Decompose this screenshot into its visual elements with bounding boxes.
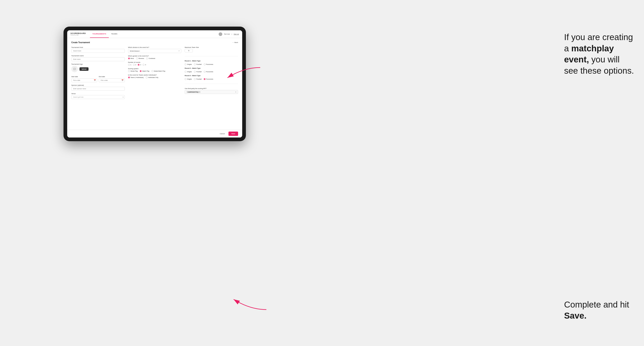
radio-indiv-circle [146,77,148,78]
radio-r1-circle [128,64,130,66]
scoring-match[interactable]: Match Play [140,70,149,72]
radio-combined-label: Combined [148,58,155,59]
r1-fourball[interactable]: Fourball [194,63,202,65]
r2-fourball-label: Fourball [196,71,202,72]
annotation-save-text1: Complete and hit [564,300,629,309]
end-date-input[interactable] [99,78,124,82]
round1-label: Round 1 - Match Type [184,60,238,62]
middle-section: Which division is the event for? NCAA Di… [128,46,182,99]
division-label: Which division is the event for? [128,46,182,48]
radio-mens-inner [128,58,130,59]
tablet-screen: SCOREBOARD Powered by clippt TOURNAMENTS… [67,30,242,138]
tournament-host-group: Tournament Host [71,46,125,53]
r3-singles[interactable]: Singles [184,78,192,80]
radio-stroke-circle [128,70,130,72]
r2-foursomes-circle [204,71,206,73]
radio-stroke-label: Stroke Play [130,70,138,72]
venue-select[interactable]: Search golf club ▾ [71,95,125,99]
venue-label: Venue [71,93,125,95]
back-link[interactable]: ← Back [232,41,238,43]
r2-foursomes[interactable]: Foursomes [204,71,213,73]
r1-singles[interactable]: Singles [184,63,192,65]
upload-button[interactable]: Upload [80,67,88,71]
rounds-3[interactable]: 3 [138,64,141,66]
tournament-host-label: Tournament Host [71,46,125,48]
sign-out-link[interactable]: Sign out [234,33,239,35]
division-select[interactable]: NCAA Division I ▾ [128,49,182,53]
tag-remove-btn[interactable]: × [199,91,200,93]
r1-fourball-circle [194,63,196,65]
logo-upload-area: Upload [71,66,125,72]
r3-fourball[interactable]: Fourball [194,78,202,80]
radio-teams-label: Teams (+Individuals) [130,77,144,78]
r1-foursomes[interactable]: Foursomes [204,63,213,65]
date-group: Start date 📅 End date [71,74,125,82]
radio-medal-label: Medal Match Play [154,70,165,72]
r3-singles-label: Singles [187,78,192,80]
calendar-icon: 📅 [94,79,96,81]
annotation-save-bold: Save. [564,311,587,321]
form-header: Create Tournament ← Back [71,41,238,44]
rounds-label: Number of rounds [128,61,182,63]
tab-tournaments[interactable]: TOURNAMENTS [90,30,109,38]
r1-foursomes-label: Foursomes [206,64,213,65]
max-team-size-input[interactable] [184,49,193,52]
radio-r4-label: 4 [145,64,146,65]
logo-subtitle: Powered by clippt [70,35,86,36]
r2-singles[interactable]: Singles [184,71,192,73]
rounds-4[interactable]: 4 [142,64,146,66]
radio-r4-circle [142,64,144,66]
radio-r1-label: 1 [130,64,131,65]
start-date-input[interactable] [71,78,97,82]
form-footer: Cancel Save [67,130,242,138]
nav-right: Test User | Sign out [219,32,239,36]
r3-foursomes[interactable]: Foursomes [204,78,213,80]
top-nav: SCOREBOARD Powered by clippt TOURNAMENTS… [67,30,242,38]
radio-match-circle [140,70,142,72]
scoring-medal[interactable]: Medal Match Play [152,70,165,72]
annotation-save: Complete and hit Save. [564,299,636,322]
tab-teams[interactable]: TEAMS [109,30,120,38]
date-row: Start date 📅 End date [71,74,125,82]
third-party-chevron: ▾ [236,91,236,93]
r3-foursomes-circle [204,78,206,80]
tournament-logo-label: Tournament logo [71,63,125,65]
end-date-label: End date [99,76,105,78]
venue-chevron: ▾ [123,96,124,98]
round1-options: Singles Fourball Foursomes [184,63,238,65]
r2-fourball[interactable]: Fourball [194,71,202,73]
radio-r3-circle [138,64,140,66]
left-section: Tournament Host Tournament name Tourname… [71,46,125,99]
venue-group: Venue Search golf club ▾ [71,93,125,99]
rounds-2[interactable]: 2 [133,64,136,66]
venue-placeholder: Search golf club [73,96,84,98]
r1-singles-label: Singles [187,64,192,65]
gender-label: Which gender is the event for? [128,55,182,57]
radio-womens-circle [136,57,138,59]
start-date-wrapper: 📅 [71,78,97,82]
r3-fourball-label: Fourball [196,78,202,80]
venue-select-wrapper: Search golf club ▾ [71,95,125,99]
individuals-option[interactable]: Individuals Only [146,77,158,78]
user-name: Test User [224,33,230,35]
tournament-name-input[interactable] [71,57,125,61]
radio-r2-circle [133,64,135,66]
gender-combined[interactable]: Combined [146,57,155,59]
max-team-size-group: Maximum Team Size [184,46,238,52]
gender-mens[interactable]: Mens [128,57,134,59]
cancel-button[interactable]: Cancel [218,132,227,136]
form-title: Create Tournament [71,41,90,44]
rounds-1[interactable]: 1 [128,64,131,66]
annotation-matchplay: If you are creating a matchplay event, y… [564,32,636,76]
radio-mens-circle [128,57,130,59]
scoring-stroke[interactable]: Stroke Play [128,70,138,72]
save-button[interactable]: Save [228,132,238,136]
tournament-name-label: Tournament name [71,55,125,57]
tournament-name-group: Tournament name [71,55,125,61]
teams-option[interactable]: Teams (+Individuals) [128,77,144,78]
gender-womens[interactable]: Womens [136,57,144,59]
sponsor-input[interactable] [71,87,125,91]
radio-combined-circle [146,57,148,59]
third-party-select[interactable]: Leaderboard King × ▾ [184,90,238,94]
tournament-host-input[interactable] [71,49,125,53]
